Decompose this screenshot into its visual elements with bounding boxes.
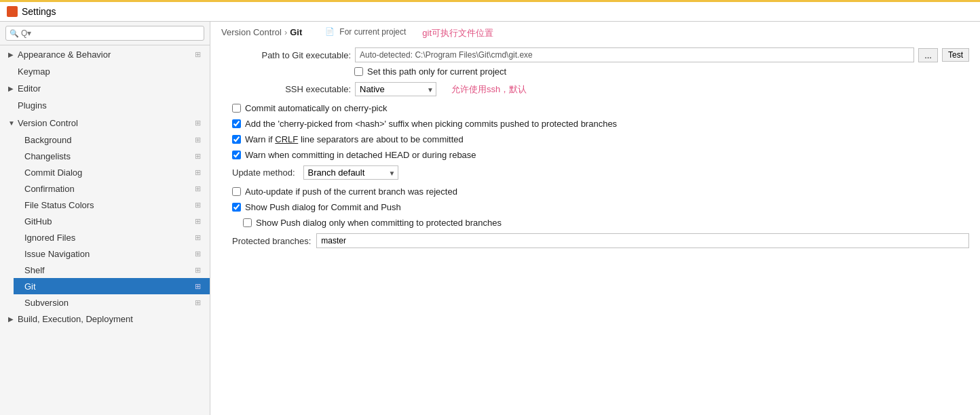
child-label-changelists: Changelists <box>24 151 192 161</box>
ssh-select[interactable]: Native Built-in <box>355 82 436 96</box>
protected-branches-row: Protected branches: <box>221 233 969 248</box>
form-area: Path to Git executable: ... Test Set thi… <box>210 39 980 256</box>
child-label-shelf: Shelf <box>24 265 192 275</box>
sidebar-item-subversion[interactable]: Subversion ⊞ <box>14 294 210 311</box>
child-label-background: Background <box>24 135 192 145</box>
git-executable-input[interactable] <box>355 47 914 62</box>
checkbox-warn-crlf: Warn if CRLF line separators are about t… <box>221 134 969 144</box>
warn-detached-label: Warn when committing in detached HEAD or… <box>245 150 476 160</box>
test-button[interactable]: Test <box>942 48 969 62</box>
for-project-icon: 📄 <box>325 27 335 36</box>
ssh-label: SSH executable: <box>232 84 351 94</box>
sidebar-item-commit-dialog[interactable]: Commit Dialog ⊞ <box>14 164 210 180</box>
auto-update-label: Auto-update if push of the current branc… <box>245 186 457 197</box>
checkbox-commit-cherry: Commit automatically on cherry-pick <box>221 103 969 113</box>
checkbox-set-path: Set this path only for current project <box>221 66 969 77</box>
settings-icon-vc: ⊞ <box>192 117 203 128</box>
content-area: Version Control › Git 📄 For current proj… <box>210 22 980 415</box>
child-label-issue-navigation: Issue Navigation <box>24 249 192 259</box>
sidebar-item-changelists[interactable]: Changelists ⊞ <box>14 148 210 164</box>
update-method-label: Update method: <box>232 167 295 178</box>
settings-icon-appearance: ⊞ <box>192 49 203 60</box>
sidebar-item-shelf[interactable]: Shelf ⊞ <box>14 262 210 278</box>
crlf-underlined: CRLF <box>275 134 298 144</box>
sidebar-label-keymap: Keymap <box>18 66 203 77</box>
sidebar-item-editor[interactable]: ▶ Editor <box>0 80 210 97</box>
show-push-checkbox[interactable] <box>232 203 241 212</box>
checkbox-auto-update: Auto-update if push of the current branc… <box>221 186 969 197</box>
warn-crlf-label: Warn if CRLF line separators are about t… <box>245 134 464 144</box>
ssh-select-wrap: Native Built-in ▼ <box>355 82 436 96</box>
checkbox-show-push-protected: Show Push dialog only when committing to… <box>221 218 969 228</box>
commit-cherry-checkbox[interactable] <box>232 104 241 113</box>
sidebar-item-git[interactable]: Git ⊞ <box>14 278 210 294</box>
breadcrumb-part2: Git <box>290 27 302 37</box>
child-label-git: Git <box>24 281 192 292</box>
app-icon <box>7 6 18 17</box>
warn-crlf-checkbox[interactable] <box>232 135 241 144</box>
sidebar-item-background[interactable]: Background ⊞ <box>14 132 210 148</box>
chinese-annotation-2: 允许使用ssh，默认 <box>451 83 527 96</box>
child-label-ignored-files: Ignored Files <box>24 233 192 243</box>
path-label: Path to Git executable: <box>232 50 351 60</box>
show-push-label: Show Push dialog for Commit and Push <box>245 202 401 212</box>
settings-icon-background: ⊞ <box>192 134 203 145</box>
search-icon: 🔍 <box>10 29 19 38</box>
breadcrumb-separator: › <box>284 27 287 37</box>
sidebar-item-confirmation[interactable]: Confirmation ⊞ <box>14 180 210 197</box>
update-method-row: Update method: Branch default Merge Reba… <box>221 165 969 180</box>
update-method-select[interactable]: Branch default Merge Rebase <box>303 165 398 180</box>
settings-icon-ignored: ⊞ <box>192 232 203 243</box>
search-input[interactable] <box>5 26 204 41</box>
sidebar-item-plugins[interactable]: Plugins <box>0 97 210 114</box>
path-row: Path to Git executable: ... Test <box>221 47 969 62</box>
expand-arrow-build: ▶ <box>8 315 18 323</box>
sidebar-item-issue-navigation[interactable]: Issue Navigation ⊞ <box>14 245 210 262</box>
warn-detached-checkbox[interactable] <box>232 151 241 159</box>
sidebar-item-github[interactable]: GitHub ⊞ <box>14 213 210 229</box>
settings-icon-confirmation: ⊞ <box>192 183 203 194</box>
ssh-row: SSH executable: Native Built-in ▼ 允许使用ss… <box>221 82 969 96</box>
sidebar-item-build[interactable]: ▶ Build, Execution, Deployment <box>0 311 210 328</box>
search-bar: 🔍 <box>0 22 210 45</box>
sidebar-label-appearance: Appearance & Behavior <box>18 50 192 60</box>
child-label-commit-dialog: Commit Dialog <box>24 167 192 178</box>
sidebar-item-appearance[interactable]: ▶ Appearance & Behavior ⊞ <box>0 45 210 63</box>
show-push-protected-checkbox[interactable] <box>243 218 252 227</box>
sidebar-item-keymap[interactable]: Keymap <box>0 63 210 80</box>
breadcrumb-part1: Version Control <box>221 27 282 37</box>
sidebar-label-vc: Version Control <box>18 118 192 128</box>
show-push-protected-label: Show Push dialog only when committing to… <box>256 218 502 228</box>
sidebar: 🔍 ▶ Appearance & Behavior ⊞ Keymap ▶ Edi… <box>0 22 210 415</box>
expand-arrow-editor: ▶ <box>8 85 18 92</box>
protected-branches-input[interactable] <box>316 233 969 248</box>
settings-icon-issue-navigation: ⊞ <box>192 248 203 259</box>
checkbox-warn-detached: Warn when committing in detached HEAD or… <box>221 150 969 160</box>
add-cherry-checkbox[interactable] <box>232 119 241 128</box>
search-wrap: 🔍 <box>5 26 204 41</box>
add-cherry-label: Add the 'cherry-picked from <hash>' suff… <box>245 119 617 129</box>
chinese-annotation-1: git可执行文件位置 <box>422 27 493 39</box>
checkbox-show-push: Show Push dialog for Commit and Push <box>221 202 969 212</box>
expand-arrow-appearance: ▶ <box>8 51 18 58</box>
sidebar-item-file-status-colors[interactable]: File Status Colors ⊞ <box>14 197 210 213</box>
title-bar: Settings <box>0 0 980 22</box>
browse-button[interactable]: ... <box>918 48 938 62</box>
sidebar-item-ignored-files[interactable]: Ignored Files ⊞ <box>14 229 210 245</box>
settings-icon-git: ⊞ <box>192 281 203 292</box>
sidebar-item-version-control[interactable]: ▼ Version Control ⊞ <box>0 114 210 132</box>
settings-icon-github: ⊞ <box>192 216 203 226</box>
header-row: Version Control › Git 📄 For current proj… <box>210 22 980 39</box>
auto-update-checkbox[interactable] <box>232 187 241 196</box>
sidebar-label-build: Build, Execution, Deployment <box>18 314 203 324</box>
settings-icon-shelf: ⊞ <box>192 264 203 275</box>
title-text: Settings <box>22 6 56 17</box>
set-path-checkbox[interactable] <box>354 67 363 76</box>
expand-arrow-vc: ▼ <box>8 119 18 127</box>
checkbox-add-cherry: Add the 'cherry-picked from <hash>' suff… <box>221 119 969 129</box>
commit-cherry-label: Commit automatically on cherry-pick <box>245 103 388 113</box>
child-label-github: GitHub <box>24 216 192 226</box>
sidebar-label-editor: Editor <box>18 83 203 94</box>
child-label-file-status-colors: File Status Colors <box>24 200 192 210</box>
child-label-subversion: Subversion <box>24 298 192 308</box>
